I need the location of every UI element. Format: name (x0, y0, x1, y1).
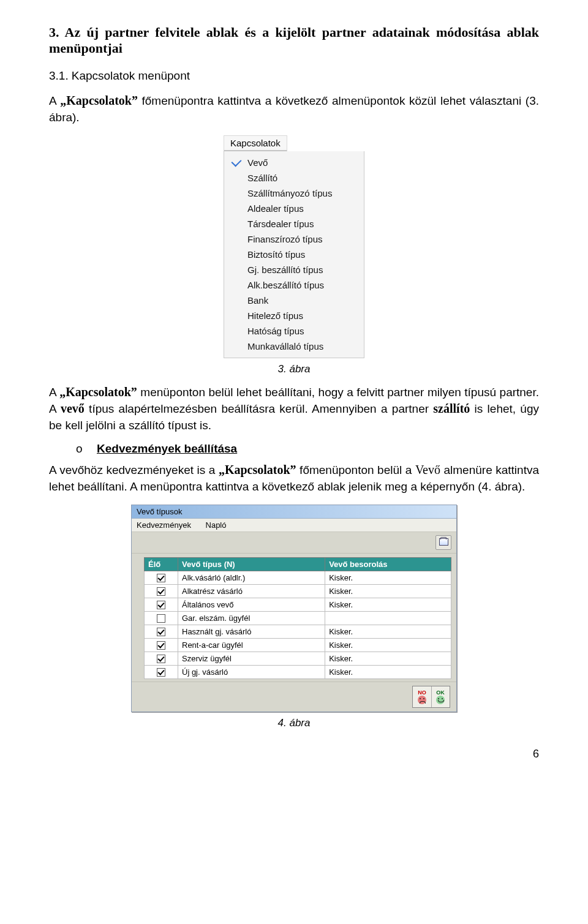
row-checkbox-cell[interactable] (145, 625, 178, 639)
checkbox-icon[interactable] (157, 587, 165, 596)
row-name: Új gj. vásárló (178, 666, 325, 679)
para-2-q1: „Kapcsolatok” (59, 385, 137, 399)
checkbox-icon[interactable] (157, 574, 165, 582)
table-row[interactable]: Alk.vásárló (aldlr.)Kisker. (145, 571, 451, 585)
col-elo[interactable]: Élő (145, 558, 178, 571)
para-2-bold2: szállító (433, 402, 470, 415)
table-row[interactable]: Új gj. vásárlóKisker. (145, 666, 451, 679)
dropdown-item-2[interactable]: Szállítmányozó típus (227, 186, 361, 201)
checkbox-icon[interactable] (157, 628, 165, 636)
menu-naplo[interactable]: Napló (206, 520, 227, 530)
para-3-code: Vevő (415, 463, 440, 476)
row-checkbox-cell[interactable] (145, 652, 178, 666)
dropdown-item-12[interactable]: Munkavállaló típus (227, 339, 361, 354)
para-2: A „Kapcsolatok” menüponton belül lehet b… (49, 384, 539, 434)
lock-icon[interactable] (435, 535, 451, 550)
figure-2: Vevő típusok Kedvezmények Napló Élő Vevő… (49, 505, 539, 712)
app-window: Vevő típusok Kedvezmények Napló Élő Vevő… (131, 505, 457, 712)
row-checkbox-cell[interactable] (145, 612, 178, 625)
row-class: Kisker. (325, 571, 451, 585)
happy-face-icon (436, 696, 445, 704)
para-3-pre: A vevőhöz kedvezményeket is a (49, 464, 219, 476)
subsection-number: 3.1. (49, 69, 69, 82)
table-row[interactable]: Általános vevőKisker. (145, 598, 451, 612)
row-class: Kisker. (325, 666, 451, 679)
checkbox-icon[interactable] (157, 641, 165, 650)
section-heading: 3. Az új partner felvitele ablak és a ki… (49, 24, 539, 56)
dropdown-item-1[interactable]: Szállító (227, 170, 361, 186)
dropdown-item-4[interactable]: Társdealer típus (227, 216, 361, 231)
table-row[interactable]: Alkatrész vásárlóKisker. (145, 585, 451, 598)
row-class: Kisker. (325, 652, 451, 666)
dropdown-item-11[interactable]: Hatóság típus (227, 323, 361, 339)
figure-1-caption: 3. ábra (49, 363, 539, 375)
dropdown-item-10[interactable]: Hitelező típus (227, 308, 361, 323)
dropdown-item-9[interactable]: Bank (227, 293, 361, 308)
bullet-kedvezmenyek: oKedvezmények beállítása (76, 442, 539, 456)
figure-1: Kapcsolatok VevőSzállítóSzállítmányozó t… (49, 135, 539, 358)
row-class (325, 612, 451, 625)
para-1-quoted: „Kapcsolatok” (60, 94, 138, 107)
row-name: Általános vevő (178, 598, 325, 612)
menu-kedvezmenyek[interactable]: Kedvezmények (137, 520, 191, 530)
para-2-pre: A (49, 386, 59, 399)
dropdown-item-3[interactable]: Aldealer típus (227, 201, 361, 216)
dropdown-item-0[interactable]: Vevő (227, 155, 361, 170)
row-checkbox-cell[interactable] (145, 639, 178, 652)
para-1: A „Kapcsolatok” főmenüpontra kattintva a… (49, 92, 539, 126)
app-footer: NO OK (132, 682, 456, 712)
app-toolbar (132, 532, 456, 554)
dropdown-item-6[interactable]: Biztosító típus (227, 247, 361, 262)
table-row[interactable]: Használt gj. vásárlóKisker. (145, 625, 451, 639)
dropdown-menu: Kapcsolatok VevőSzállítóSzállítmányozó t… (224, 135, 364, 358)
dropdown-menu-list: VevőSzállítóSzállítmányozó típusAldealer… (224, 151, 364, 358)
page-number: 6 (49, 748, 539, 761)
row-name: Alk.vásárló (aldlr.) (178, 571, 325, 585)
bullet-text: Kedvezmények beállítása (97, 442, 237, 455)
row-checkbox-cell[interactable] (145, 666, 178, 679)
checkbox-icon[interactable] (157, 614, 165, 623)
checkbox-icon[interactable] (157, 601, 165, 609)
ok-button[interactable]: OK (431, 686, 450, 707)
row-name: Szerviz ügyfél (178, 652, 325, 666)
vevo-tipusok-table: Élő Vevő típus (N) Vevő besorolás Alk.vá… (144, 557, 451, 679)
para-2-bold1: vevő (61, 402, 85, 415)
bullet-marker: o (76, 442, 97, 456)
para-3: A vevőhöz kedvezményeket is a „Kapcsolat… (49, 462, 539, 495)
checkbox-icon[interactable] (157, 655, 165, 663)
para-3-q1: „Kapcsolatok” (219, 463, 296, 476)
subsection-title: Kapcsolatok menüpont (72, 69, 190, 82)
no-button[interactable]: NO (413, 686, 432, 707)
para-1-pre: A (49, 94, 60, 107)
table-row[interactable]: Rent-a-car ügyfélKisker. (145, 639, 451, 652)
row-name: Rent-a-car ügyfél (178, 639, 325, 652)
checkbox-icon[interactable] (157, 668, 165, 677)
app-menubar: Kedvezmények Napló (132, 519, 456, 532)
row-name: Gar. elszám. ügyfél (178, 612, 325, 625)
row-class: Kisker. (325, 585, 451, 598)
dropdown-item-7[interactable]: Gj. beszállító típus (227, 262, 361, 277)
app-titlebar: Vevő típusok (132, 505, 456, 519)
para-3-mid1: főmenüponton belül a (296, 464, 415, 476)
para-2-mid2: típus alapértelmezésben beállításra kerü… (85, 402, 434, 415)
row-checkbox-cell[interactable] (145, 585, 178, 598)
ok-label: OK (436, 689, 445, 696)
row-class: Kisker. (325, 639, 451, 652)
row-name: Használt gj. vásárló (178, 625, 325, 639)
row-name: Alkatrész vásárló (178, 585, 325, 598)
dropdown-item-5[interactable]: Finanszírozó típus (227, 231, 361, 247)
sad-face-icon (418, 696, 426, 704)
row-checkbox-cell[interactable] (145, 598, 178, 612)
dropdown-item-8[interactable]: Alk.beszállító típus (227, 277, 361, 293)
row-class: Kisker. (325, 625, 451, 639)
no-label: NO (418, 689, 426, 696)
col-vevo-besorolas[interactable]: Vevő besorolás (325, 558, 451, 571)
dropdown-menu-title[interactable]: Kapcsolatok (224, 135, 287, 151)
table-row[interactable]: Gar. elszám. ügyfél (145, 612, 451, 625)
no-ok-button[interactable]: NO OK (412, 686, 450, 708)
col-vevo-tipus[interactable]: Vevő típus (N) (178, 558, 325, 571)
table-row[interactable]: Szerviz ügyfélKisker. (145, 652, 451, 666)
row-class: Kisker. (325, 598, 451, 612)
subsection-line: 3.1. Kapcsolatok menüpont (49, 67, 539, 84)
row-checkbox-cell[interactable] (145, 571, 178, 585)
